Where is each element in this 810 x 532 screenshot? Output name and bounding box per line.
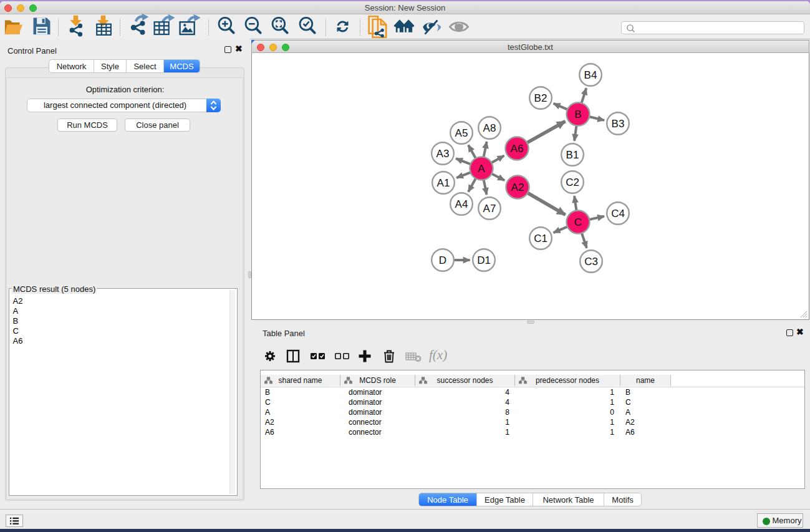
svg-text:D: D	[439, 254, 446, 266]
svg-text:C2: C2	[566, 177, 579, 188]
svg-text:A5: A5	[455, 127, 468, 139]
svg-text:A6: A6	[511, 143, 524, 155]
svg-text:C4: C4	[611, 208, 625, 220]
svg-text:A8: A8	[483, 122, 496, 134]
svg-text:D1: D1	[477, 254, 491, 266]
svg-text:A4: A4	[455, 198, 468, 210]
svg-text:A7: A7	[483, 203, 496, 215]
svg-text:A2: A2	[511, 181, 524, 193]
svg-text:C: C	[574, 216, 582, 228]
svg-text:A3: A3	[436, 148, 450, 160]
svg-text:B: B	[574, 109, 581, 120]
svg-text:B1: B1	[566, 149, 579, 161]
svg-text:B4: B4	[584, 69, 597, 81]
svg-text:B3: B3	[612, 118, 625, 130]
svg-text:A1: A1	[437, 177, 450, 189]
svg-text:C1: C1	[534, 233, 547, 244]
svg-text:A: A	[478, 163, 485, 175]
svg-text:C3: C3	[584, 256, 598, 268]
svg-text:B2: B2	[534, 92, 547, 104]
